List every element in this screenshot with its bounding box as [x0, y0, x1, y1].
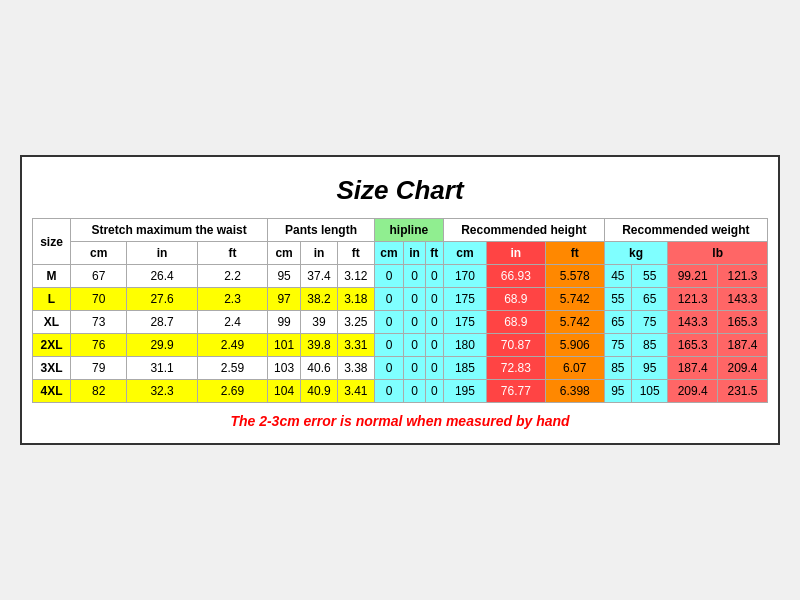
waist-cm-subheader: cm: [71, 242, 127, 265]
table-cell: 45: [604, 265, 631, 288]
table-cell: 165.3: [718, 311, 768, 334]
table-cell: 3.38: [337, 357, 374, 380]
table-cell: 0: [374, 334, 404, 357]
table-cell: 101: [268, 334, 301, 357]
table-cell: 38.2: [301, 288, 338, 311]
table-cell: 0: [404, 311, 425, 334]
size-chart-table: size Stretch maximum the waist Pants len…: [32, 218, 768, 403]
waist-ft-subheader: ft: [197, 242, 267, 265]
table-cell: 2.4: [197, 311, 267, 334]
table-cell: 231.5: [718, 380, 768, 403]
table-cell: 55: [604, 288, 631, 311]
table-row: 4XL8232.32.6910440.93.4100019576.776.398…: [33, 380, 768, 403]
table-cell: 75: [604, 334, 631, 357]
table-cell: 55: [632, 265, 668, 288]
hip-in-subheader: in: [404, 242, 425, 265]
table-cell: 76: [71, 334, 127, 357]
table-cell: 2.59: [197, 357, 267, 380]
table-cell: 121.3: [718, 265, 768, 288]
table-cell: L: [33, 288, 71, 311]
table-cell: 85: [632, 334, 668, 357]
table-cell: 99: [268, 311, 301, 334]
table-cell: 165.3: [668, 334, 718, 357]
table-cell: 105: [632, 380, 668, 403]
table-cell: 5.742: [545, 288, 604, 311]
table-cell: 143.3: [718, 288, 768, 311]
table-cell: 4XL: [33, 380, 71, 403]
table-cell: 85: [604, 357, 631, 380]
height-in-subheader: in: [486, 242, 545, 265]
table-cell: 31.1: [127, 357, 197, 380]
hip-ft-subheader: ft: [425, 242, 443, 265]
chart-container: Size Chart size Stretch maximum the wais…: [20, 155, 780, 445]
table-cell: 5.578: [545, 265, 604, 288]
height-header: Recommended height: [443, 219, 604, 242]
table-cell: 68.9: [486, 288, 545, 311]
table-cell: 103: [268, 357, 301, 380]
weight-kg-subheader: kg: [604, 242, 668, 265]
table-cell: 28.7: [127, 311, 197, 334]
table-cell: 104: [268, 380, 301, 403]
table-cell: 0: [404, 357, 425, 380]
table-cell: 26.4: [127, 265, 197, 288]
table-cell: 70: [71, 288, 127, 311]
table-cell: M: [33, 265, 71, 288]
table-cell: 3.41: [337, 380, 374, 403]
footer-note: The 2-3cm error is normal when measured …: [32, 403, 768, 433]
table-cell: 95: [632, 357, 668, 380]
table-cell: 0: [374, 357, 404, 380]
table-cell: 187.4: [668, 357, 718, 380]
table-cell: 40.6: [301, 357, 338, 380]
table-cell: 180: [443, 334, 486, 357]
table-cell: 0: [374, 288, 404, 311]
table-cell: 27.6: [127, 288, 197, 311]
table-cell: 209.4: [668, 380, 718, 403]
chart-title: Size Chart: [32, 167, 768, 218]
table-cell: 0: [425, 380, 443, 403]
table-cell: 0: [425, 288, 443, 311]
table-cell: 2.49: [197, 334, 267, 357]
table-cell: 0: [425, 265, 443, 288]
table-cell: 82: [71, 380, 127, 403]
table-cell: 29.9: [127, 334, 197, 357]
table-row: L7027.62.39738.23.1800017568.95.74255651…: [33, 288, 768, 311]
table-cell: 0: [404, 334, 425, 357]
height-ft-subheader: ft: [545, 242, 604, 265]
hip-cm-subheader: cm: [374, 242, 404, 265]
table-cell: 65: [604, 311, 631, 334]
waist-header: Stretch maximum the waist: [71, 219, 268, 242]
table-cell: 195: [443, 380, 486, 403]
table-cell: 79: [71, 357, 127, 380]
table-cell: 187.4: [718, 334, 768, 357]
table-cell: 2XL: [33, 334, 71, 357]
weight-lb-subheader: lb: [668, 242, 768, 265]
table-cell: 175: [443, 311, 486, 334]
table-cell: XL: [33, 311, 71, 334]
size-header: size: [33, 219, 71, 265]
table-cell: 66.93: [486, 265, 545, 288]
table-cell: 209.4: [718, 357, 768, 380]
table-cell: 95: [268, 265, 301, 288]
table-cell: 6.398: [545, 380, 604, 403]
table-cell: 143.3: [668, 311, 718, 334]
table-cell: 0: [374, 265, 404, 288]
weight-header: Recommended weight: [604, 219, 767, 242]
table-cell: 97: [268, 288, 301, 311]
table-cell: 72.83: [486, 357, 545, 380]
table-cell: 65: [632, 288, 668, 311]
table-cell: 0: [404, 380, 425, 403]
pants-ft-subheader: ft: [337, 242, 374, 265]
table-cell: 0: [404, 265, 425, 288]
table-cell: 0: [374, 311, 404, 334]
table-cell: 99.21: [668, 265, 718, 288]
table-cell: 2.69: [197, 380, 267, 403]
table-cell: 170: [443, 265, 486, 288]
table-cell: 3.31: [337, 334, 374, 357]
table-cell: 95: [604, 380, 631, 403]
table-cell: 0: [425, 357, 443, 380]
table-cell: 0: [425, 311, 443, 334]
table-cell: 5.742: [545, 311, 604, 334]
table-cell: 70.87: [486, 334, 545, 357]
table-cell: 67: [71, 265, 127, 288]
waist-in-subheader: in: [127, 242, 197, 265]
